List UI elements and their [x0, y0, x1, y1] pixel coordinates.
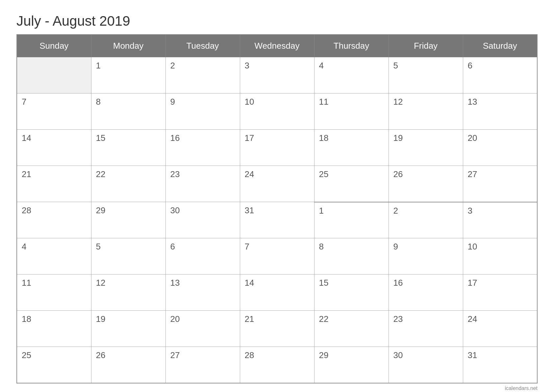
day-number: 3 — [245, 61, 310, 71]
day-number: 24 — [245, 169, 310, 179]
calendar-cell: 1 — [314, 202, 389, 238]
calendar-cell: 10 — [240, 93, 314, 130]
day-number: 12 — [393, 97, 458, 107]
day-number: 14 — [22, 133, 87, 143]
day-number: 5 — [393, 61, 458, 71]
calendar-cell: 27 — [165, 347, 240, 383]
calendar-cell: 29 — [91, 202, 165, 238]
day-number: 13 — [170, 278, 235, 288]
calendar-cell: 31 — [240, 202, 314, 238]
day-number: 11 — [319, 97, 384, 107]
week-row-1: 123456 — [17, 57, 537, 93]
calendar-cell: 11 — [314, 93, 389, 130]
week-row-5: 28293031123 — [17, 202, 537, 238]
calendar-cell: 3 — [463, 202, 537, 238]
calendar-cell: 2 — [389, 202, 463, 238]
calendar-cell: 20 — [463, 130, 537, 166]
day-number: 10 — [468, 242, 533, 252]
calendar-cell: 14 — [17, 130, 91, 166]
day-number: 21 — [22, 169, 87, 179]
day-number: 13 — [468, 97, 533, 107]
calendar-cell: 24 — [240, 166, 314, 202]
calendar-cell: 19 — [91, 311, 165, 347]
calendar-cell: 22 — [91, 166, 165, 202]
day-number: 5 — [96, 242, 161, 252]
header-thursday: Thursday — [314, 35, 389, 57]
calendar-cell: 25 — [314, 166, 389, 202]
day-number: 26 — [96, 350, 161, 360]
calendar-cell: 4 — [17, 238, 91, 274]
calendar-cell: 12 — [91, 274, 165, 311]
day-number: 3 — [468, 206, 533, 216]
calendar-cell: 31 — [463, 347, 537, 383]
day-number: 29 — [96, 205, 161, 216]
week-row-2: 78910111213 — [17, 93, 537, 130]
day-number: 14 — [245, 278, 310, 288]
day-number: 7 — [22, 97, 87, 107]
day-number: 2 — [170, 61, 235, 71]
calendar-cell: 18 — [17, 311, 91, 347]
day-number: 31 — [245, 205, 310, 216]
calendar-cell: 23 — [389, 311, 463, 347]
calendar-cell: 17 — [240, 130, 314, 166]
calendar-cell: 9 — [165, 93, 240, 130]
week-row-9: 25262728293031 — [17, 347, 537, 383]
calendar-cell: 11 — [17, 274, 91, 311]
calendar-cell: 14 — [240, 274, 314, 311]
calendar-cell: 10 — [463, 238, 537, 274]
day-number: 30 — [170, 205, 235, 216]
header-sunday: Sunday — [17, 35, 91, 57]
day-number: 4 — [22, 242, 87, 252]
day-number: 20 — [468, 133, 533, 143]
day-number: 19 — [393, 133, 458, 143]
calendar-cell: 18 — [314, 130, 389, 166]
calendar-cell — [17, 57, 91, 93]
calendar-cell: 5 — [91, 238, 165, 274]
calendar-cell: 30 — [165, 202, 240, 238]
day-number: 2 — [393, 206, 458, 216]
day-number: 29 — [319, 350, 384, 360]
day-number: 15 — [96, 133, 161, 143]
day-number: 20 — [170, 314, 235, 324]
day-number: 10 — [245, 97, 310, 107]
calendar-cell: 28 — [17, 202, 91, 238]
calendar-cell: 26 — [91, 347, 165, 383]
day-number: 1 — [96, 61, 161, 71]
day-number: 16 — [170, 133, 235, 143]
day-number: 17 — [468, 278, 533, 288]
calendar-cell: 29 — [314, 347, 389, 383]
week-row-3: 14151617181920 — [17, 130, 537, 166]
calendar-cell: 30 — [389, 347, 463, 383]
day-number: 18 — [22, 314, 87, 324]
week-row-4: 21222324252627 — [17, 166, 537, 202]
day-number: 6 — [170, 242, 235, 252]
header-monday: Monday — [91, 35, 165, 57]
calendar-cell: 12 — [389, 93, 463, 130]
day-number: 6 — [468, 61, 533, 71]
day-number: 26 — [393, 169, 458, 179]
day-number: 8 — [96, 97, 161, 107]
calendar-cell: 15 — [91, 130, 165, 166]
calendar-cell: 23 — [165, 166, 240, 202]
calendar-cell: 1 — [91, 57, 165, 93]
day-number: 22 — [96, 169, 161, 179]
calendar-cell: 6 — [165, 238, 240, 274]
day-number: 9 — [170, 97, 235, 107]
day-number: 24 — [468, 314, 533, 324]
watermark: icalendars.net — [16, 385, 538, 391]
day-number: 7 — [245, 242, 310, 252]
calendar-cell: 26 — [389, 166, 463, 202]
calendar-cell: 22 — [314, 311, 389, 347]
day-number: 27 — [468, 169, 533, 179]
calendar-cell: 16 — [389, 274, 463, 311]
day-number: 9 — [393, 242, 458, 252]
calendar-cell: 21 — [17, 166, 91, 202]
calendar-cell: 13 — [165, 274, 240, 311]
calendar-cell: 17 — [463, 274, 537, 311]
calendar-cell: 6 — [463, 57, 537, 93]
header-friday: Friday — [389, 35, 463, 57]
day-number: 4 — [319, 61, 384, 71]
header-wednesday: Wednesday — [240, 35, 314, 57]
calendar-cell: 7 — [240, 238, 314, 274]
day-number: 21 — [245, 314, 310, 324]
